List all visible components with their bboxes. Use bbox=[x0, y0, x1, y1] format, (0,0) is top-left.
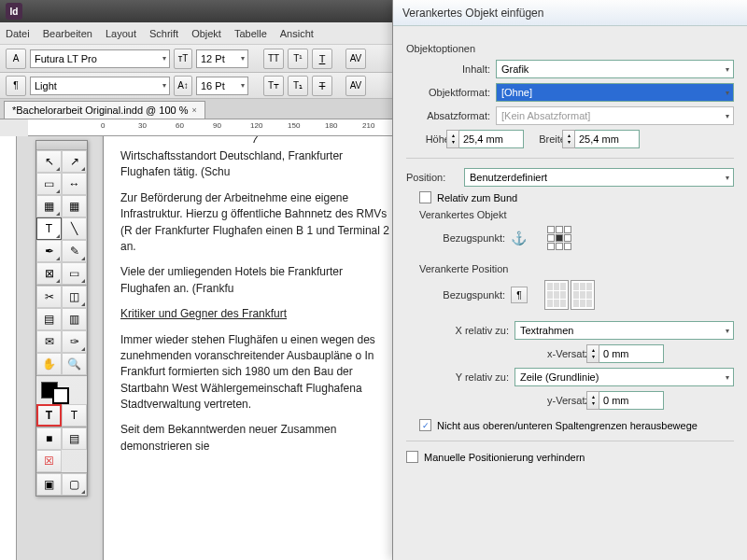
anchor-icon: ⚓ bbox=[511, 231, 527, 245]
page-reference-proxy[interactable] bbox=[544, 280, 595, 310]
tools-panel-grip[interactable] bbox=[36, 141, 87, 150]
scissors-tool[interactable]: ✂ bbox=[36, 286, 62, 308]
menu-bearbeiten[interactable]: Bearbeiten bbox=[43, 28, 92, 39]
inhalt-label: Inhalt: bbox=[406, 63, 490, 75]
content-placer-tool[interactable]: ▦ bbox=[62, 195, 87, 217]
gradient-feather-tool[interactable]: ▥ bbox=[62, 308, 87, 330]
y-versatz-input[interactable]: 0 mm bbox=[599, 391, 664, 410]
view-mode-normal[interactable]: ▣ bbox=[36, 473, 62, 496]
y-relativ-label: Y relativ zu: bbox=[419, 371, 509, 383]
body-text[interactable]: Wirtschaftsstandort Deutschland, Frankfu… bbox=[120, 148, 389, 181]
dialog-title: Verankertes Objekt einfügen bbox=[393, 0, 747, 26]
pen-tool[interactable]: ✒ bbox=[36, 240, 62, 262]
gap-tool[interactable]: ↔ bbox=[62, 173, 87, 195]
x-versatz-label: x-Versatz: bbox=[419, 348, 593, 359]
char-format-icon[interactable]: A bbox=[6, 49, 26, 69]
breite-input[interactable]: 25,4 mm bbox=[574, 130, 640, 148]
body-text[interactable]: Zur Beförderung der Arbeitnehme eine eig… bbox=[120, 190, 389, 256]
superscript-icon[interactable]: T¹ bbox=[288, 49, 308, 69]
line-tool[interactable]: ╲ bbox=[62, 217, 87, 240]
strikethrough-icon[interactable]: T bbox=[312, 76, 332, 96]
spaltengrenzen-label: Nicht aus oberen/unteren Spaltengrenzen … bbox=[437, 420, 698, 431]
menu-datei[interactable]: Datei bbox=[6, 28, 30, 39]
font-size-icon: тT bbox=[174, 49, 192, 69]
relativ-bund-label: Relativ zum Bund bbox=[437, 192, 517, 203]
note-tool[interactable]: ✉ bbox=[36, 330, 62, 353]
x-relativ-label: X relativ zu: bbox=[419, 325, 509, 336]
kerning-icon[interactable]: AV bbox=[345, 49, 366, 69]
position-select[interactable]: Benutzerdefiniert bbox=[464, 168, 734, 187]
subscript-icon[interactable]: T₁ bbox=[288, 76, 308, 96]
direct-selection-tool[interactable]: ↗ bbox=[62, 150, 87, 173]
anchored-object-dialog: Verankertes Objekt einfügen Objektoption… bbox=[392, 0, 747, 560]
pencil-tool[interactable]: ✎ bbox=[62, 240, 87, 262]
verankerte-position-label: Verankerte Position bbox=[419, 263, 734, 274]
x-relativ-select[interactable]: Textrahmen bbox=[514, 321, 734, 340]
eyedropper-tool[interactable]: ✑ bbox=[62, 330, 87, 353]
objektformat-label: Objektformat: bbox=[406, 87, 490, 98]
type-tool[interactable]: T bbox=[36, 217, 62, 240]
inhalt-select[interactable]: Grafik bbox=[496, 60, 734, 78]
apply-color-icon[interactable]: ■ bbox=[36, 427, 62, 450]
font-style-select[interactable]: Light bbox=[30, 77, 170, 95]
menu-objekt[interactable]: Objekt bbox=[191, 28, 221, 39]
spaltengrenzen-checkbox[interactable]: ✓ bbox=[419, 419, 431, 431]
vertical-ruler bbox=[0, 136, 17, 560]
content-collector-tool[interactable]: ▦ bbox=[36, 195, 62, 217]
bezugspunkt-label: Bezugspunkt: bbox=[430, 232, 505, 244]
tools-panel[interactable]: ↖ ↗ ▭ ↔ ▦ ▦ T ╲ ✒ ✎ ⊠ ▭ ✂ ◫ ▤ ▥ ✉ ✑ ✋ 🔍 … bbox=[35, 140, 88, 497]
font-size-select[interactable]: 12 Pt bbox=[196, 49, 248, 68]
position-label: Position: bbox=[406, 172, 458, 183]
view-mode-preview[interactable]: ▢ bbox=[62, 473, 87, 496]
menu-schrift[interactable]: Schrift bbox=[149, 28, 178, 39]
absatzformat-select[interactable]: [Kein Absatzformat] bbox=[496, 106, 734, 125]
gradient-swatch-tool[interactable]: ▤ bbox=[36, 308, 62, 330]
menu-ansicht[interactable]: Ansicht bbox=[280, 28, 314, 39]
y-relativ-select[interactable]: Zeile (Grundlinie) bbox=[514, 368, 734, 386]
hoehe-input[interactable]: 25,4 mm bbox=[458, 130, 524, 148]
reference-point-proxy[interactable] bbox=[547, 226, 571, 250]
manuelle-pos-label: Manuelle Positionierung verhindern bbox=[424, 452, 585, 463]
objektoptionen-label: Objektoptionen bbox=[406, 43, 734, 54]
leading-select[interactable]: 16 Pt bbox=[196, 77, 248, 95]
free-transform-tool[interactable]: ◫ bbox=[62, 286, 87, 308]
rectangle-tool[interactable]: ▭ bbox=[62, 262, 87, 285]
menu-layout[interactable]: Layout bbox=[106, 28, 136, 39]
selection-tool[interactable]: ↖ bbox=[36, 150, 62, 173]
body-text[interactable]: Seit dem Bekanntwerden neuer Zusammen de… bbox=[120, 422, 389, 455]
apply-gradient-icon[interactable]: ▤ bbox=[62, 427, 87, 450]
close-tab-icon[interactable]: × bbox=[192, 105, 197, 115]
body-text[interactable]: Viele der umliegenden Hotels bie Frankfu… bbox=[120, 264, 389, 297]
page-tool[interactable]: ▭ bbox=[36, 173, 62, 195]
objektformat-select[interactable]: [Ohne] bbox=[496, 83, 734, 102]
relativ-bund-checkbox[interactable] bbox=[419, 191, 431, 203]
hand-tool[interactable]: ✋ bbox=[36, 353, 62, 375]
tracking-icon[interactable]: AV bbox=[345, 76, 366, 96]
absatzformat-label: Absatzformat: bbox=[406, 110, 490, 121]
apply-none-icon[interactable]: ☒ bbox=[36, 450, 62, 472]
para-format-icon[interactable]: ¶ bbox=[6, 76, 26, 96]
menu-tabelle[interactable]: Tabelle bbox=[234, 28, 267, 39]
tab-label: *Bachelorarbeit Original.indd @ 100 % bbox=[12, 105, 189, 116]
heading-text[interactable]: Kritiker und Gegner des Frankfurt bbox=[120, 306, 389, 322]
y-versatz-label: y-Versatz: bbox=[419, 395, 593, 406]
fill-stroke-swatch[interactable] bbox=[36, 376, 87, 404]
document-page[interactable]: 7 Wirtschaftsstandort Deutschland, Frank… bbox=[103, 136, 402, 560]
verankertes-objekt-label: Verankertes Objekt bbox=[419, 209, 734, 220]
x-versatz-input[interactable]: 0 mm bbox=[599, 344, 664, 363]
manuelle-pos-checkbox[interactable] bbox=[406, 451, 418, 463]
allcaps-icon[interactable]: TT bbox=[263, 49, 284, 69]
body-text[interactable]: Immer wieder stehen Flughäfen u einen we… bbox=[120, 332, 389, 413]
text-ref-icon[interactable]: ¶ bbox=[511, 287, 528, 303]
font-family-select[interactable]: Futura LT Pro bbox=[30, 49, 170, 68]
smallcaps-icon[interactable]: Tᴛ bbox=[263, 76, 284, 96]
formatting-container-icon[interactable]: T bbox=[36, 404, 62, 427]
formatting-text-icon[interactable]: T bbox=[62, 404, 87, 427]
document-tab[interactable]: *Bachelorarbeit Original.indd @ 100 % × bbox=[4, 101, 205, 119]
page-number: 7 bbox=[252, 136, 258, 145]
zoom-tool[interactable]: 🔍 bbox=[62, 353, 87, 375]
rectangle-frame-tool[interactable]: ⊠ bbox=[36, 262, 62, 285]
underline-icon[interactable]: T bbox=[312, 49, 332, 69]
app-icon: Id bbox=[6, 3, 22, 20]
leading-icon: A↕ bbox=[174, 76, 192, 96]
